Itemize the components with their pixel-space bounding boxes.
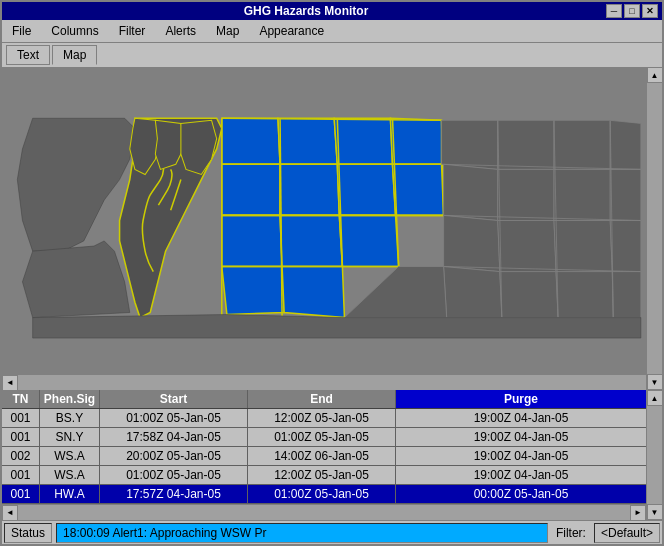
cell-purge-5: 00:00Z 05-Jan-05 <box>396 485 646 503</box>
cell-tn-1: 001 <box>2 409 40 427</box>
maximize-button[interactable]: □ <box>624 4 640 18</box>
svg-marker-9 <box>390 118 441 164</box>
svg-marker-43 <box>612 272 641 318</box>
cell-phen-1: BS.Y <box>40 409 100 427</box>
header-end: End <box>248 390 396 408</box>
map-scroll-left-button[interactable]: ◄ <box>2 375 18 391</box>
status-alert-text: 18:00:09 Alert1: Approaching WSW Pr <box>56 523 548 543</box>
svg-marker-37 <box>498 221 556 272</box>
close-button[interactable]: ✕ <box>642 4 658 18</box>
map-scroll-up-button[interactable]: ▲ <box>647 67 663 83</box>
table-container: TN Phen.Sig Start End Purge 001 BS.Y 01:… <box>2 390 662 520</box>
cell-end-5: 01:00Z 05-Jan-05 <box>248 485 396 503</box>
svg-marker-12 <box>337 164 395 215</box>
svg-marker-5 <box>181 120 217 174</box>
status-filter-value[interactable]: <Default> <box>594 523 660 543</box>
cell-start-1: 01:00Z 05-Jan-05 <box>100 409 248 427</box>
cell-phen-5: HW.A <box>40 485 100 503</box>
menu-file[interactable]: File <box>6 22 37 40</box>
header-start: Start <box>100 390 248 408</box>
svg-marker-39 <box>610 221 641 272</box>
map-inner: ▲ ▼ <box>2 67 662 374</box>
svg-marker-30 <box>554 120 610 169</box>
svg-marker-34 <box>554 169 610 220</box>
table-scroll-track-vertical[interactable] <box>647 406 662 504</box>
minimize-button[interactable]: ─ <box>606 4 622 18</box>
table-side-scrollbar: ▲ ▼ <box>646 390 662 520</box>
cell-tn-3: 002 <box>2 447 40 465</box>
window-title: GHG Hazards Monitor <box>6 4 606 18</box>
cell-end-3: 14:00Z 06-Jan-05 <box>248 447 396 465</box>
table-wrapper: TN Phen.Sig Start End Purge 001 BS.Y 01:… <box>2 390 662 520</box>
cell-tn-4: 001 <box>2 466 40 484</box>
cell-phen-3: WS.A <box>40 447 100 465</box>
cell-purge-3: 19:00Z 04-Jan-05 <box>396 447 646 465</box>
table-scroll-right-button[interactable]: ► <box>630 505 646 521</box>
svg-marker-29 <box>498 120 554 169</box>
main-window: GHG Hazards Monitor ─ □ ✕ File Columns F… <box>0 0 664 546</box>
cell-end-1: 12:00Z 05-Jan-05 <box>248 409 396 427</box>
header-purge: Purge <box>396 390 646 408</box>
map-scroll-down-button[interactable]: ▼ <box>647 374 663 390</box>
svg-marker-17 <box>222 267 284 315</box>
table-scroll-track-horizontal[interactable] <box>18 505 630 520</box>
table-scroll-left-button[interactable]: ◄ <box>2 505 18 521</box>
menu-alerts[interactable]: Alerts <box>159 22 202 40</box>
table-row[interactable]: 001 WS.A 01:00Z 05-Jan-05 12:00Z 05-Jan-… <box>2 466 646 485</box>
map-scrollbar-right: ▲ ▼ <box>646 67 662 390</box>
svg-marker-28 <box>442 120 498 169</box>
cell-start-3: 20:00Z 05-Jan-05 <box>100 447 248 465</box>
map-scrollbar-bottom: ◄ ► <box>2 374 662 390</box>
map-svg <box>2 67 646 374</box>
tab-map[interactable]: Map <box>52 45 97 65</box>
svg-marker-13 <box>392 164 443 215</box>
menu-columns[interactable]: Columns <box>45 22 104 40</box>
svg-marker-51 <box>33 315 641 339</box>
table-content: TN Phen.Sig Start End Purge 001 BS.Y 01:… <box>2 390 646 520</box>
svg-marker-44 <box>344 267 446 318</box>
table-bottom-scrollbar: ◄ ► <box>2 504 646 520</box>
cell-start-2: 17:58Z 04-Jan-05 <box>100 428 248 446</box>
table-row[interactable]: 001 BS.Y 01:00Z 05-Jan-05 12:00Z 05-Jan-… <box>2 409 646 428</box>
table-scroll-down-button[interactable]: ▼ <box>647 504 663 520</box>
table-row[interactable]: 001 SN.Y 17:58Z 04-Jan-05 01:00Z 05-Jan-… <box>2 428 646 447</box>
tab-text[interactable]: Text <box>6 45 50 65</box>
cell-purge-2: 19:00Z 04-Jan-05 <box>396 428 646 446</box>
status-label: Status <box>4 523 52 543</box>
svg-marker-6 <box>222 118 280 164</box>
menu-appearance[interactable]: Appearance <box>253 22 330 40</box>
svg-marker-0 <box>17 118 135 251</box>
cell-start-4: 01:00Z 05-Jan-05 <box>100 466 248 484</box>
svg-marker-7 <box>278 118 337 164</box>
cell-purge-4: 19:00Z 04-Jan-05 <box>396 466 646 484</box>
svg-marker-33 <box>498 169 554 220</box>
table-row-selected[interactable]: 001 HW.A 17:57Z 04-Jan-05 01:00Z 05-Jan-… <box>2 485 646 504</box>
svg-marker-1 <box>22 241 129 318</box>
menu-filter[interactable]: Filter <box>113 22 152 40</box>
svg-marker-14 <box>222 215 282 266</box>
title-bar: GHG Hazards Monitor ─ □ ✕ <box>2 2 662 20</box>
cell-purge-1: 19:00Z 04-Jan-05 <box>396 409 646 427</box>
table-scroll-up-button[interactable]: ▲ <box>647 390 663 406</box>
table-row[interactable]: 002 WS.A 20:00Z 05-Jan-05 14:00Z 06-Jan-… <box>2 447 646 466</box>
map-scroll-track-horizontal[interactable] <box>18 375 646 390</box>
svg-marker-11 <box>280 164 339 215</box>
svg-marker-36 <box>444 215 500 271</box>
svg-marker-40 <box>444 267 502 318</box>
map-scroll-track-vertical[interactable] <box>647 83 662 374</box>
svg-marker-38 <box>554 221 612 272</box>
cell-tn-2: 001 <box>2 428 40 446</box>
cell-phen-4: WS.A <box>40 466 100 484</box>
header-phen-sig: Phen.Sig <box>40 390 100 408</box>
table-header: TN Phen.Sig Start End Purge <box>2 390 646 409</box>
cell-start-5: 17:57Z 04-Jan-05 <box>100 485 248 503</box>
svg-marker-8 <box>334 118 392 164</box>
svg-marker-35 <box>610 169 641 220</box>
svg-marker-42 <box>556 272 613 318</box>
menu-map[interactable]: Map <box>210 22 245 40</box>
menu-bar: File Columns Filter Alerts Map Appearanc… <box>2 20 662 43</box>
cell-tn-5: 001 <box>2 485 40 503</box>
svg-marker-16 <box>339 215 398 266</box>
map-area: ▲ ▼ ◄ ► <box>2 67 662 390</box>
title-bar-buttons: ─ □ ✕ <box>606 4 658 18</box>
